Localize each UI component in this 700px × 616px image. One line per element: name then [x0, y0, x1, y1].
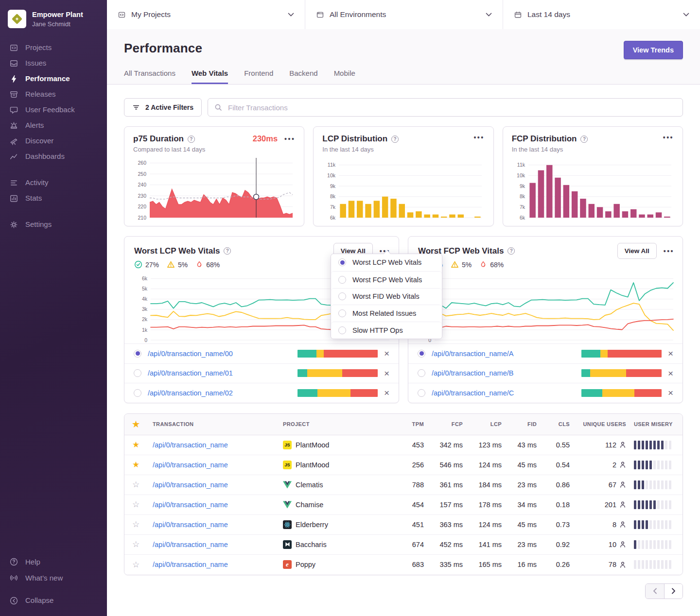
project-cell[interactable]: Clematis — [283, 481, 394, 489]
close-icon[interactable]: × — [668, 388, 673, 397]
react-icon — [283, 520, 292, 529]
sidebar-item-projects[interactable]: Projects — [0, 40, 107, 55]
project-cell[interactable]: JSPlantMood — [283, 461, 394, 469]
project-cell[interactable]: JSPlantMood — [283, 441, 394, 449]
transaction-link[interactable]: /api/0/transaction_name/B — [432, 369, 575, 377]
project-filter-dropdown[interactable]: My Projects — [107, 0, 305, 29]
transaction-link[interactable]: /api/0/transaction_name/01 — [148, 369, 291, 377]
column-header[interactable]: FCP — [424, 421, 463, 427]
star-icon[interactable]: ★ — [132, 419, 153, 429]
project-cell[interactable]: Elderberry — [283, 520, 394, 529]
help-circle-icon[interactable]: ? — [391, 136, 399, 143]
column-header[interactable]: PROJECT — [283, 421, 394, 427]
sidebar-item-settings[interactable]: Settings — [0, 217, 107, 232]
transaction-link[interactable]: /api/0/transaction_name — [153, 561, 283, 568]
environment-filter-dropdown[interactable]: All Environments — [305, 0, 503, 29]
option-radio[interactable] — [338, 258, 346, 266]
sidebar-item-help[interactable]: Help — [0, 554, 107, 570]
dropdown-option-worst-lcp-web-vitals[interactable]: Worst LCP Web Vitals — [331, 254, 442, 271]
tab-all-transactions[interactable]: All Transactions — [124, 69, 175, 84]
dropdown-option-worst-fcp-web-vitals[interactable]: Worst FCP Web Vitals — [331, 271, 442, 288]
project-cell[interactable]: ePoppy — [283, 560, 394, 569]
help-circle-icon[interactable]: ? — [580, 136, 588, 143]
star-icon[interactable]: ★ — [132, 440, 153, 450]
transaction-link[interactable]: /api/0/transaction_name — [153, 521, 283, 529]
active-filters-button[interactable]: 2 Active Filters — [124, 98, 202, 117]
card-menu-button[interactable]: ••• — [473, 134, 484, 141]
transaction-link[interactable]: /api/0/transaction_name/02 — [148, 389, 291, 397]
project-cell[interactable]: Chamise — [283, 501, 394, 509]
close-icon[interactable]: × — [668, 369, 673, 378]
transaction-radio[interactable] — [418, 389, 425, 397]
transaction-link[interactable]: /api/0/transaction_name — [153, 481, 283, 489]
date-range-dropdown[interactable]: Last 14 days — [503, 0, 700, 29]
tab-backend[interactable]: Backend — [289, 69, 317, 84]
option-radio[interactable] — [338, 309, 346, 317]
transaction-link[interactable]: /api/0/transaction_name/A — [432, 350, 575, 358]
close-icon[interactable]: × — [384, 349, 389, 358]
card-menu-button[interactable]: ••• — [664, 248, 674, 255]
sidebar-item-user-feedback[interactable]: User Feedback — [0, 102, 107, 118]
transaction-link[interactable]: /api/0/transaction_name/00 — [148, 350, 291, 358]
tab-frontend[interactable]: Frontend — [244, 69, 273, 84]
settings-icon — [9, 220, 18, 229]
org-switcher[interactable]: Empower Plant Jane Schmidt — [0, 10, 107, 28]
view-all-button[interactable]: View All — [617, 243, 657, 259]
column-header[interactable]: USER MISERY — [626, 421, 676, 427]
transaction-radio[interactable] — [134, 350, 141, 358]
transaction-link[interactable]: /api/0/transaction_name — [153, 461, 283, 469]
transaction-link[interactable]: /api/0/transaction_name — [153, 501, 283, 509]
transaction-link[interactable]: /api/0/transaction_name — [153, 541, 283, 548]
transaction-link[interactable]: /api/0/transaction_name/C — [432, 389, 575, 397]
transaction-radio[interactable] — [134, 369, 141, 377]
tab-mobile[interactable]: Mobile — [334, 69, 355, 84]
transaction-radio[interactable] — [134, 389, 141, 397]
help-circle-icon[interactable]: ? — [224, 247, 231, 255]
column-header[interactable]: CLS — [537, 421, 570, 427]
option-radio[interactable] — [338, 276, 346, 284]
help-circle-icon[interactable]: ? — [188, 136, 195, 143]
sidebar-item-whats-new[interactable]: What’s new — [0, 570, 107, 586]
transaction-link[interactable]: /api/0/transaction_name — [153, 441, 283, 449]
option-radio[interactable] — [338, 326, 346, 334]
tab-web-vitals[interactable]: Web Vitals — [192, 69, 228, 84]
column-header[interactable]: FID — [502, 421, 537, 427]
sidebar-item-activity[interactable]: Activity — [0, 175, 107, 190]
help-circle-icon[interactable]: ? — [508, 247, 515, 255]
sidebar-item-issues[interactable]: Issues — [0, 55, 107, 71]
sidebar-item-releases[interactable]: Releases — [0, 86, 107, 102]
star-icon[interactable]: ☆ — [132, 499, 153, 510]
close-icon[interactable]: × — [384, 369, 389, 378]
sidebar-item-dashboards[interactable]: Dashboards — [0, 149, 107, 164]
column-header[interactable]: UNIQUE USERS — [570, 421, 626, 427]
star-icon[interactable]: ☆ — [132, 519, 153, 530]
star-icon[interactable]: ☆ — [132, 560, 153, 570]
close-icon[interactable]: × — [668, 349, 673, 358]
meh-segment — [316, 350, 324, 358]
previous-page-button[interactable] — [646, 584, 664, 599]
search-input[interactable] — [227, 103, 676, 112]
sidebar-item-performance[interactable]: Performance — [0, 71, 107, 86]
column-header[interactable]: TPM — [394, 421, 424, 427]
dropdown-option-most-related-issues[interactable]: Most Related Issues — [331, 305, 442, 322]
sidebar-item-alerts[interactable]: Alerts — [0, 118, 107, 133]
transaction-radio[interactable] — [418, 350, 425, 358]
next-page-button[interactable] — [664, 584, 682, 599]
column-header[interactable]: LCP — [463, 421, 502, 427]
project-cell[interactable]: Baccharis — [283, 540, 394, 549]
column-header[interactable]: TRANSACTION — [153, 421, 283, 427]
dropdown-option-slow-http-ops[interactable]: Slow HTTP Ops — [331, 322, 442, 339]
transaction-radio[interactable] — [418, 369, 425, 377]
card-menu-button[interactable]: ••• — [663, 134, 674, 141]
dropdown-option-worst-fid-web-vitals[interactable]: Worst FID Web Vitals — [331, 288, 442, 305]
star-icon[interactable]: ☆ — [132, 479, 153, 490]
star-icon[interactable]: ☆ — [132, 539, 153, 549]
close-icon[interactable]: × — [384, 388, 389, 397]
option-radio[interactable] — [338, 292, 346, 300]
view-trends-button[interactable]: View Trends — [624, 41, 683, 59]
sidebar-item-collapse[interactable]: Collapse — [0, 593, 107, 608]
star-icon[interactable]: ★ — [132, 460, 153, 470]
card-menu-button[interactable]: ••• — [284, 136, 295, 142]
sidebar-item-stats[interactable]: Stats — [0, 190, 107, 206]
sidebar-item-discover[interactable]: Discover — [0, 133, 107, 149]
